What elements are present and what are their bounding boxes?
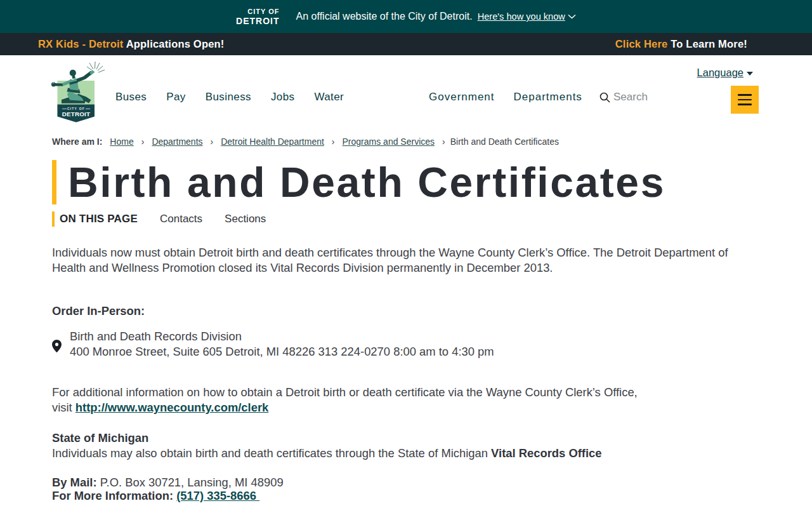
svg-text:DETROIT: DETROIT [62,110,90,117]
